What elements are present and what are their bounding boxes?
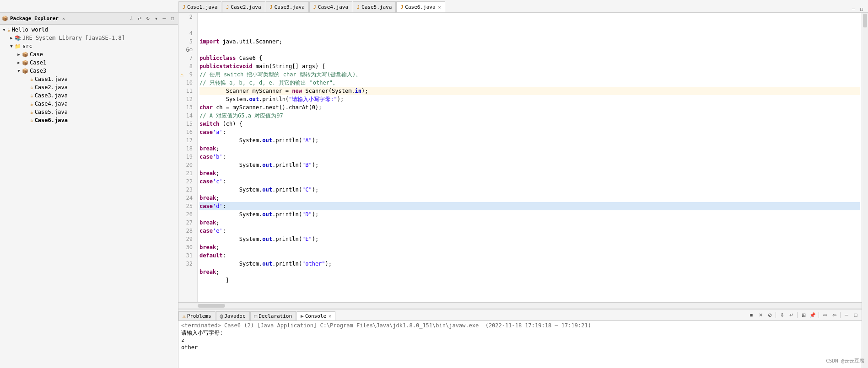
- code-line-12: System.out.println("请输入小写字母:");: [199, 95, 860, 103]
- tree-item-case1-java[interactable]: ☕ Case1.java: [0, 75, 178, 83]
- tab-case6[interactable]: J Case6.java ✕: [396, 1, 445, 12]
- tree-item-hello-world[interactable]: ▼ ☕ Hello world: [0, 26, 178, 34]
- close-console-icon[interactable]: ✕: [329, 314, 331, 319]
- collapse-all-button[interactable]: ⇩: [128, 15, 135, 22]
- tree-toggle-case3-pkg[interactable]: ▼: [16, 68, 22, 74]
- h-scroll-thumb[interactable]: [198, 304, 225, 308]
- code-line-15: switch (ch) {: [199, 120, 860, 128]
- ln-8: 8: [181, 62, 194, 70]
- java-file-icon: ☕: [30, 101, 33, 107]
- javadoc-icon: @: [220, 313, 223, 319]
- tab-case3[interactable]: J Case3.java: [266, 1, 309, 12]
- spacer: [24, 76, 30, 82]
- tree-toggle-case1-pkg[interactable]: ▶: [16, 59, 22, 66]
- ln-27: 27: [181, 219, 194, 227]
- minimize-console-button[interactable]: ─: [842, 311, 851, 319]
- tab-label: Case1.java: [187, 4, 217, 10]
- watermark: CSDN @云云豆腐: [826, 357, 864, 364]
- tab-declaration[interactable]: □ Declaration: [250, 311, 296, 320]
- tab-label: Case6.java: [405, 4, 435, 10]
- tab-problems[interactable]: ⚠ Problems: [178, 311, 216, 320]
- tree-item-case1-pkg[interactable]: ▶ 📦 Case1: [0, 59, 178, 67]
- problems-icon: ⚠: [183, 313, 186, 319]
- package-explorer-panel: 📦 Package Explorer ✕ ⇩ ⇄ ↻ ▾ ─ □ ▼ ☕ Hel…: [0, 13, 178, 368]
- tab-javadoc[interactable]: @ Javadoc: [216, 311, 250, 320]
- console-output-button[interactable]: ⇦: [830, 311, 838, 319]
- code-line-4: [199, 29, 860, 37]
- spacer: [24, 101, 30, 107]
- maximize-button[interactable]: □: [169, 15, 176, 22]
- code-line-21: break;: [199, 169, 860, 177]
- tab-case5[interactable]: J Case5.java: [353, 1, 396, 12]
- tab-case1[interactable]: J Case1.java: [178, 1, 221, 12]
- bottom-panel: ⚠ Problems @ Javadoc □ Declaration ▶ Con…: [178, 309, 862, 368]
- project-icon: ☕: [7, 27, 11, 33]
- java-file-icon: ☕: [30, 117, 33, 123]
- tab-case2[interactable]: J Case2.java: [222, 1, 265, 12]
- maximize-console-button[interactable]: □: [852, 311, 860, 319]
- remove-launch-button[interactable]: ✕: [756, 311, 765, 319]
- code-line-32: System.out.println("other");: [199, 260, 860, 268]
- open-console-button[interactable]: ⊞: [799, 311, 808, 319]
- code-editor[interactable]: import java.util.Scanner; public class C…: [198, 13, 862, 302]
- code-line-13: char ch = myScanner.next().charAt(0);: [199, 103, 860, 112]
- code-line-27: break;: [199, 219, 860, 227]
- tree-item-case5-java[interactable]: ☕ Case5.java: [0, 108, 178, 116]
- vertical-scrollbar[interactable]: [862, 13, 868, 368]
- stop-button[interactable]: ■: [747, 311, 755, 319]
- tree-item-case3-java[interactable]: ☕ Case3.java: [0, 91, 178, 100]
- line-number-gutter: 2 4 5 6⊖ 7 8 ⚠9 10 11 12 13: [178, 13, 198, 302]
- tree-toggle-src[interactable]: ▼: [8, 43, 15, 49]
- tree-label-src: src: [22, 43, 32, 49]
- tree-toggle-jre[interactable]: ▶: [8, 35, 15, 41]
- package-icon: 📦: [22, 52, 28, 58]
- code-line-31: default:: [199, 251, 860, 260]
- java-file-icon: J: [357, 5, 360, 10]
- java-file-icon: J: [400, 5, 403, 10]
- view-menu-button[interactable]: ▾: [152, 15, 160, 22]
- ln-31: 31: [181, 251, 194, 260]
- tree-item-src[interactable]: ▼ 📁 src: [0, 42, 178, 50]
- editor-tab-bar: J Case1.java J Case2.java J Case3.java J…: [0, 0, 868, 13]
- tree-label-hello-world: Hello world: [12, 27, 48, 33]
- scroll-lock-button[interactable]: ⇩: [778, 311, 786, 319]
- tab-label: Case5.java: [361, 4, 392, 10]
- java-file-icon: ☕: [30, 93, 33, 99]
- ln-6: 6⊖: [181, 46, 194, 54]
- package-explorer-icon: 📦: [2, 16, 8, 21]
- code-line-8: public static void main(String[] args) {: [199, 62, 860, 70]
- pin-console-button[interactable]: 📌: [809, 311, 817, 319]
- console-input-button[interactable]: ⇨: [821, 311, 829, 319]
- tree-item-case4-java[interactable]: ☕ Case4.java: [0, 100, 178, 108]
- sync-button[interactable]: ↻: [144, 15, 151, 22]
- ln-13: 13: [181, 103, 194, 112]
- close-tab-icon[interactable]: ✕: [438, 5, 441, 10]
- close-view-icon[interactable]: ✕: [62, 16, 65, 21]
- toolbar-separator-2: [797, 312, 798, 318]
- editor-content[interactable]: 2 4 5 6⊖ 7 8 ⚠9 10 11 12 13: [178, 13, 862, 302]
- tab-case4[interactable]: J Case4.java: [309, 1, 352, 12]
- java-file-icon: J: [226, 5, 229, 10]
- console-icon: ▶: [301, 313, 304, 319]
- editor-minimize-icon[interactable]: ─: [850, 5, 857, 12]
- tree-item-case6-java[interactable]: ☕ Case6.java: [0, 116, 178, 124]
- tab-console[interactable]: ▶ Console ✕: [297, 311, 335, 320]
- tree-toggle-case-pkg[interactable]: ▶: [16, 51, 22, 58]
- tree-item-case-pkg[interactable]: ▶ 📦 Case: [0, 50, 178, 59]
- clear-console-button[interactable]: ⊘: [766, 311, 774, 319]
- tree-item-case2-java[interactable]: ☕ Case2.java: [0, 83, 178, 91]
- link-with-editor-button[interactable]: ⇄: [136, 15, 143, 22]
- minimize-button[interactable]: ─: [161, 15, 168, 22]
- console-output: <terminated> Case6 (2) [Java Application…: [178, 321, 862, 368]
- tree-label-case2-java: Case2.java: [35, 84, 68, 91]
- word-wrap-button[interactable]: ↵: [787, 311, 795, 319]
- editor-maximize-icon[interactable]: □: [858, 5, 865, 12]
- v-scroll-thumb[interactable]: [863, 14, 867, 27]
- tree-item-case3-pkg[interactable]: ▼ 📦 Case3: [0, 67, 178, 75]
- horizontal-scrollbar[interactable]: [178, 302, 862, 309]
- console-line-input-z: z: [181, 336, 859, 344]
- tree-toggle-hello-world[interactable]: ▼: [1, 27, 7, 33]
- tree-item-jre[interactable]: ▶ 📚 JRE System Library [JavaSE-1.8]: [0, 34, 178, 42]
- ln-11: 11: [181, 87, 194, 95]
- folder-icon: 📁: [15, 43, 21, 49]
